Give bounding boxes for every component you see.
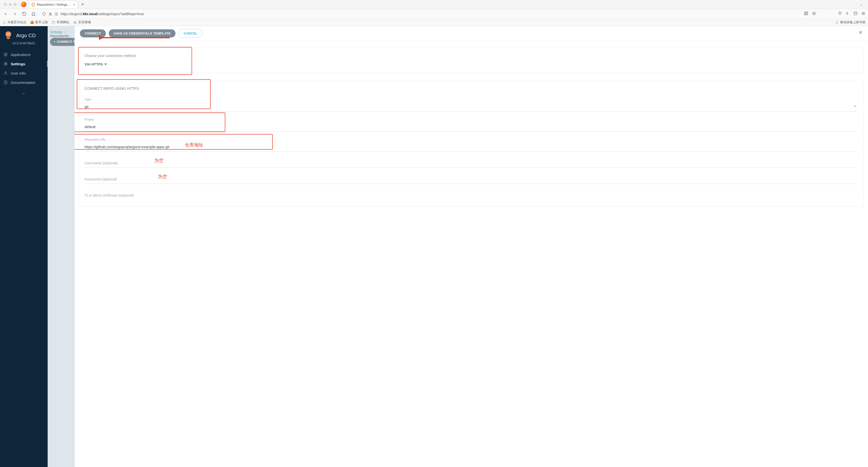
browser-chrome: Repositories / Settings - Argo C × + ⌄ ⚿… (0, 0, 868, 26)
sidebar-item-label: Applications (11, 53, 31, 57)
method-dropdown[interactable]: VIA HTTPS (85, 62, 107, 66)
field-type: Type (85, 98, 858, 112)
page-backdrop: Settings / Repositories + CONNECT REPO (48, 26, 74, 467)
argo-favicon-icon (32, 3, 35, 7)
connection-method-card: Choose your connection method: VIA HTTPS (79, 48, 864, 73)
argo-logo-icon (3, 31, 13, 40)
tls-cert-input[interactable] (85, 192, 858, 200)
address-bar[interactable]: ⚿ https://argocd.k8s.local/settings/repo… (39, 12, 801, 16)
sidebar-item-applications[interactable]: Applications (0, 50, 48, 59)
tabs-dropdown-icon[interactable]: ⌄ (856, 2, 866, 6)
breadcrumb-current: Repositories (50, 34, 69, 38)
svg-rect-13 (10, 32, 11, 34)
field-label: Repository URL (85, 138, 858, 141)
brand-title: Argo CD (16, 32, 36, 38)
home-button[interactable] (30, 11, 37, 17)
reload-button[interactable] (21, 11, 27, 17)
sidebar-item-label: Settings (11, 62, 25, 66)
collapse-sidebar-button[interactable]: ← (0, 87, 48, 100)
username-input[interactable] (85, 159, 858, 168)
password-input[interactable] (85, 176, 858, 184)
mobile-bookmarks[interactable]: 移动设备上的书签 (835, 20, 866, 25)
project-input[interactable] (85, 123, 858, 132)
svg-point-14 (5, 63, 6, 64)
close-panel-icon[interactable]: ✕ (859, 30, 863, 35)
svg-rect-3 (804, 14, 806, 15)
bookmark-item[interactable]: 京东商城 (73, 20, 91, 25)
bookmark-item[interactable]: 火狐官方站点 (2, 20, 26, 25)
key-icon: ⚿ (55, 12, 58, 16)
bookmark-item[interactable]: 常用网址 (52, 20, 69, 25)
firefox-logo-icon (21, 2, 26, 7)
connect-button[interactable]: CONNECT (80, 29, 106, 37)
plus-icon: + (54, 40, 56, 43)
forward-button[interactable] (12, 11, 18, 17)
chevron-down-icon (853, 104, 857, 109)
sidebar-item-label: User Info (11, 71, 26, 75)
repo-url-input[interactable] (85, 143, 858, 152)
svg-rect-12 (5, 32, 6, 34)
qr-icon[interactable] (804, 11, 808, 17)
bookmark-item[interactable]: 新手上路 (30, 20, 48, 25)
svg-point-7 (5, 31, 11, 37)
cancel-button[interactable]: CANCEL (178, 29, 202, 38)
star-icon[interactable] (812, 11, 816, 17)
svg-point-11 (9, 33, 10, 34)
connect-https-card: CONNECT REPO USING HTTPS Type Project Re… (79, 81, 864, 206)
sidebar: Argo CD v2.5.3+0c7de21 Applications Sett… (0, 26, 48, 467)
panel-toolbar: CONNECT SAVE AS CREDENTIALS TEMPLATE CAN… (74, 26, 868, 41)
menu-icon[interactable] (861, 11, 866, 17)
close-tab-icon[interactable]: × (73, 3, 75, 7)
addons-icon[interactable] (838, 11, 842, 17)
section-title: CONNECT REPO USING HTTPS (85, 87, 858, 90)
svg-point-10 (7, 33, 8, 34)
account-icon[interactable] (853, 11, 858, 17)
field-project: Project (85, 118, 858, 132)
caret-down-icon (104, 64, 107, 65)
field-label: Project (85, 118, 858, 121)
breadcrumb-link-settings[interactable]: Settings (50, 30, 63, 34)
version-text: v2.5.3+0c7de21 (0, 41, 48, 49)
breadcrumb: Settings / Repositories (50, 30, 72, 38)
field-password: 为空 (85, 176, 858, 184)
tab-title: Repositories / Settings - Argo C (37, 3, 71, 6)
url-text: https://argocd.k8s.local/settings/repos?… (61, 12, 144, 16)
svg-rect-4 (854, 12, 857, 15)
field-repo-url: Repository URL 仓库地址 (85, 138, 858, 152)
svg-rect-1 (804, 12, 806, 13)
traffic-light-close[interactable] (4, 3, 7, 6)
sidebar-item-documentation[interactable]: Documentation (0, 78, 48, 87)
method-label: Choose your connection method: (85, 54, 858, 58)
field-tls-cert (85, 192, 858, 200)
library-icon[interactable] (845, 11, 850, 17)
type-select[interactable] (85, 103, 858, 112)
new-tab-button[interactable]: + (79, 1, 86, 8)
sliding-panel: CONNECT SAVE AS CREDENTIALS TEMPLATE CAN… (74, 26, 868, 467)
save-template-button[interactable]: SAVE AS CREDENTIALS TEMPLATE (109, 29, 176, 37)
svg-point-15 (5, 71, 6, 73)
field-label: Type (85, 98, 858, 101)
sidebar-item-settings[interactable]: Settings (0, 59, 48, 68)
back-button[interactable] (2, 11, 9, 17)
field-username: 为空 (85, 159, 858, 168)
shield-icon (42, 12, 46, 16)
lock-strike-icon (49, 12, 52, 16)
sidebar-item-userinfo[interactable]: User Info (0, 68, 48, 78)
window-controls (2, 3, 19, 6)
svg-rect-2 (807, 12, 808, 13)
traffic-light-min[interactable] (9, 3, 12, 6)
sidebar-item-label: Documentation (11, 81, 35, 85)
browser-tab[interactable]: Repositories / Settings - Argo C × (29, 1, 78, 8)
traffic-light-max[interactable] (14, 3, 17, 6)
